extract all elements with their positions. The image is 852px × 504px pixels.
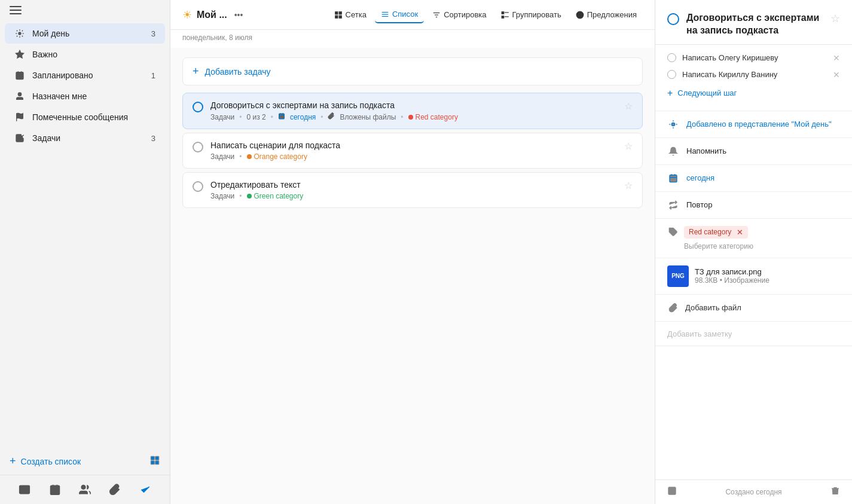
category-badge-label: Red category — [689, 228, 731, 236]
toolbar: ☀ Мой ... ••• Сетка Список Сортировка Гр… — [170, 0, 655, 30]
task-list-ref: Задачи — [210, 113, 234, 121]
task-category: Orange category — [247, 152, 307, 161]
sidebar-header — [0, 0, 170, 20]
sidebar-item-my-day[interactable]: Мой день 3 — [5, 23, 165, 44]
sidebar-item-label: Назначен мне — [32, 91, 155, 101]
task-attach: Вложены файлы — [340, 113, 396, 121]
file-section[interactable]: PNG ТЗ для записи.png 98.3КВ • Изображен… — [655, 258, 852, 295]
category-dot — [247, 154, 252, 159]
sort-button[interactable]: Сортировка — [426, 7, 492, 23]
svg-line-5 — [17, 30, 17, 31]
toolbar-title-area: ☀ Мой ... ••• — [182, 8, 323, 22]
task-checkbox[interactable] — [193, 181, 203, 192]
sun-small-icon — [667, 118, 679, 130]
sidebar-item-label: Запланировано — [32, 71, 144, 80]
task-checkbox[interactable] — [193, 102, 203, 112]
tag-icon — [667, 226, 679, 238]
sidebar-item-label: Задачи — [32, 133, 144, 143]
svg-marker-9 — [16, 50, 23, 58]
sidebar-item-assigned[interactable]: Назначен мне — [5, 86, 165, 106]
flag-icon — [14, 112, 25, 123]
add-task-plus-icon: + — [193, 65, 199, 78]
task-title: Договориться с экспертами на запись подк… — [210, 100, 617, 110]
sidebar-item-label: Мой день — [32, 29, 144, 38]
add-file-button[interactable]: Добавить файл — [655, 295, 852, 322]
sidebar-item-planned[interactable]: Запланировано 1 — [5, 65, 165, 85]
attachment-icon[interactable] — [108, 482, 122, 497]
category-label: Green category — [254, 192, 304, 200]
paperclip-small-icon — [667, 302, 679, 314]
delete-button[interactable] — [830, 486, 840, 498]
svg-point-0 — [18, 32, 21, 35]
task-content: Договориться с экспертами на запись подк… — [210, 100, 617, 121]
calendar-icon — [14, 70, 25, 81]
file-name: ТЗ для записи.png — [695, 267, 840, 276]
task-checkbox[interactable] — [193, 142, 203, 152]
rp-body: Написать Олегу Киришеву ✕ Написать Кирил… — [655, 45, 852, 479]
subtask-checkbox[interactable] — [667, 53, 676, 62]
task-content: Написать сценарии для подкаста Задачи • … — [210, 140, 617, 161]
grid-view-button[interactable]: Сетка — [328, 7, 372, 23]
sidebar-bottom-bar — [0, 475, 170, 504]
svg-rect-36 — [502, 11, 504, 14]
category-remove-button[interactable]: ✕ — [737, 228, 743, 237]
suggest-label: Предложения — [587, 10, 637, 19]
category-section: Red category ✕ Выберите категорию — [655, 219, 852, 258]
svg-rect-21 — [50, 485, 59, 494]
category-hint: Выберите категорию — [684, 242, 840, 251]
remind-section[interactable]: Напомнить — [655, 138, 852, 165]
task-star-button[interactable]: ☆ — [624, 140, 633, 152]
repeat-section[interactable]: Повтор — [655, 192, 852, 219]
my-day-section[interactable]: Добавлено в представление "Мой день" — [655, 111, 852, 138]
subtask-delete-button[interactable]: ✕ — [833, 53, 840, 63]
task-item[interactable]: Договориться с экспертами на запись подк… — [182, 93, 643, 129]
sidebar-item-flagged[interactable]: Помеченные сообщения — [5, 107, 165, 127]
file-type: Изображение — [724, 276, 769, 285]
svg-rect-37 — [502, 16, 504, 18]
toolbar-more-button[interactable]: ••• — [232, 8, 246, 22]
expand-button[interactable] — [667, 486, 677, 498]
task-star-button[interactable]: ☆ — [624, 100, 633, 112]
due-date-label: сегодня — [686, 173, 840, 182]
add-task-button[interactable]: + Добавить задачу — [182, 57, 643, 85]
task-item[interactable]: Отредактировать текст Задачи • Green cat… — [182, 172, 643, 208]
list-view-button[interactable]: Список — [375, 6, 424, 23]
group-button[interactable]: Группировать — [495, 7, 567, 23]
rp-footer: Создано сегодня — [655, 479, 852, 504]
add-step-button[interactable]: + Следующий шаг — [667, 83, 840, 103]
due-date-section[interactable]: сегодня — [655, 165, 852, 192]
calendar-bottom-icon[interactable] — [48, 482, 62, 497]
svg-rect-26 — [335, 11, 337, 14]
sidebar-item-tasks[interactable]: Задачи 3 — [5, 128, 165, 148]
sidebar-item-important[interactable]: Важно — [5, 44, 165, 65]
subtask-label: Написать Олегу Киришеву — [682, 53, 827, 62]
note-area[interactable]: Добавить заметку — [655, 322, 852, 346]
svg-rect-29 — [339, 16, 341, 18]
checkmark-icon[interactable] — [138, 482, 152, 497]
task-category: Red category — [408, 113, 458, 121]
subtask-checkbox[interactable] — [667, 70, 676, 79]
rp-star-button[interactable]: ☆ — [830, 12, 840, 25]
subtask-delete-button[interactable]: ✕ — [833, 70, 840, 80]
menu-icon[interactable] — [10, 6, 22, 14]
task-title: Отредактировать текст — [210, 180, 617, 190]
svg-line-7 — [17, 36, 17, 36]
task-sub-count: 0 из 2 — [247, 113, 266, 121]
sidebar-nav: Мой день 3 Важно Запланировано 1 Назначе… — [0, 20, 170, 448]
svg-point-25 — [81, 485, 85, 490]
task-date: сегодня — [290, 113, 316, 121]
task-item[interactable]: Написать сценарии для подкаста Задачи • … — [182, 133, 643, 169]
rp-task-checkbox[interactable] — [667, 13, 679, 25]
svg-rect-52 — [670, 175, 677, 182]
task-star-button[interactable]: ☆ — [624, 180, 633, 191]
people-icon[interactable] — [78, 482, 92, 497]
subtasks-area: Написать Олегу Киришеву ✕ Написать Кирил… — [655, 45, 852, 111]
add-task-label: Добавить задачу — [205, 67, 271, 77]
category-label: Orange category — [254, 152, 307, 161]
task-content: Отредактировать текст Задачи • Green cat… — [210, 180, 617, 200]
create-list-button[interactable]: + Создать список — [0, 448, 170, 475]
toolbar-actions: Сетка Список Сортировка Группировать Пре… — [328, 6, 643, 23]
sidebar: Мой день 3 Важно Запланировано 1 Назначе… — [0, 0, 170, 504]
suggest-button[interactable]: Предложения — [570, 7, 643, 23]
mail-icon[interactable] — [17, 482, 32, 497]
